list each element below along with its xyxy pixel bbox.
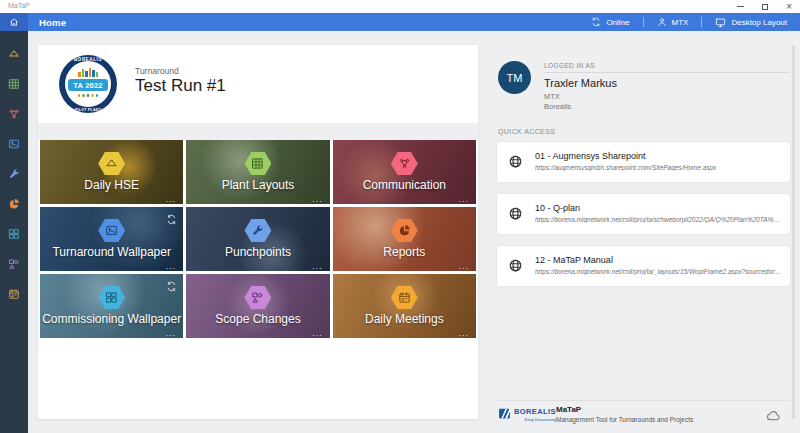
hse-helmet-icon: [98, 152, 125, 175]
layout-grid-icon: [98, 286, 125, 309]
app-info: MaTaP Management Tool for Turnarounds an…: [556, 405, 693, 423]
cloud-sync-icon[interactable]: [766, 408, 781, 427]
logo-skyline: [59, 67, 117, 77]
pie-chart-icon: [8, 198, 20, 210]
sidebar-item-turnaround-wallpaper[interactable]: [0, 129, 28, 159]
brand-name: BOREALIS: [514, 407, 556, 416]
tile-label: Punchpoints: [225, 245, 291, 259]
link-title: 12 - MaTaP Manual: [535, 255, 613, 265]
logged-in-label: LOGGED IN AS: [544, 62, 595, 69]
layout-grid-icon: [8, 228, 20, 240]
layout-label: Desktop Layout: [731, 18, 787, 27]
user-label: MTX: [672, 18, 689, 27]
tile-more-button[interactable]: ...: [312, 261, 323, 271]
avatar: TM: [498, 61, 531, 94]
sidebar-item-commissioning-wallpaper[interactable]: [0, 219, 28, 249]
tile-label: Commissioning Wallpaper: [42, 312, 181, 326]
tile-more-button[interactable]: ...: [458, 194, 469, 204]
divider: [544, 72, 790, 73]
online-status-button[interactable]: Online: [578, 13, 642, 31]
sidebar-item-communication[interactable]: [0, 99, 28, 129]
tile-daily-meetings[interactable]: Daily Meetings ...: [333, 274, 476, 338]
tile-label: Reports: [383, 245, 425, 259]
link-url: https://borena.mignetwork.net/coll/proj/…: [535, 216, 782, 223]
tile-daily-hse[interactable]: Daily HSE ...: [40, 140, 183, 204]
project-panel: BOREALIS TA 2022 PILOT PLANT Turnaround …: [38, 45, 478, 419]
sidebar-item-plant-layouts[interactable]: [0, 69, 28, 99]
titlebar: MaTaP ×: [0, 0, 800, 13]
tile-communication[interactable]: Communication ...: [333, 140, 476, 204]
user-menu-button[interactable]: MTX: [644, 13, 702, 31]
tile-more-button[interactable]: ...: [312, 328, 323, 338]
user-company: Borealis: [544, 102, 571, 111]
tile-more-button[interactable]: ...: [458, 261, 469, 271]
logo-bottom-text: PILOT PLANT: [59, 108, 117, 112]
tile-punchpoints[interactable]: Punchpoints ...: [186, 207, 329, 271]
network-icon: [8, 108, 20, 120]
wrench-icon: [8, 168, 20, 180]
ta2022-logo: BOREALIS TA 2022 PILOT PLANT: [59, 55, 117, 113]
tile-grid: Daily HSE ... Plant Layouts ... Communic…: [40, 140, 476, 338]
tile-more-button[interactable]: ...: [458, 328, 469, 338]
footer-divider: [497, 400, 790, 401]
grid-icon: [8, 78, 20, 90]
tile-more-button[interactable]: ...: [312, 194, 323, 204]
desktop-layout-button[interactable]: Desktop Layout: [702, 13, 800, 31]
sidebar-item-daily-meetings[interactable]: [0, 279, 28, 309]
tile-label: Scope Changes: [215, 312, 300, 326]
scrollbar[interactable]: [792, 45, 795, 419]
close-icon[interactable]: ×: [786, 2, 792, 12]
tile-scope-changes[interactable]: Scope Changes ...: [186, 274, 329, 338]
tile-more-button[interactable]: ...: [166, 194, 177, 204]
sidebar-item-reports[interactable]: [0, 189, 28, 219]
tile-more-button[interactable]: ...: [166, 328, 177, 338]
link-title: 01 - Augmensys Sharepoint: [535, 151, 646, 161]
network-icon: [391, 152, 418, 175]
grid-icon: [244, 152, 271, 175]
sidebar-item-punchpoints[interactable]: [0, 159, 28, 189]
logo-dots: [59, 94, 117, 97]
brand-tagline: Keep Discovering: [525, 417, 556, 422]
globe-icon: [508, 258, 523, 277]
main-area: BOREALIS TA 2022 PILOT PLANT Turnaround …: [28, 31, 800, 433]
shapes-icon: [244, 286, 271, 309]
tile-label: Turnaround Wallpaper: [52, 245, 171, 259]
minimize-icon[interactable]: [737, 6, 744, 7]
globe-icon: [508, 206, 523, 225]
sidebar: [0, 31, 28, 433]
calendar-icon: [8, 288, 20, 300]
app-subtitle: Management Tool for Turnarounds and Proj…: [556, 416, 693, 423]
wallpaper-icon: [8, 138, 20, 150]
sync-icon: [166, 211, 177, 229]
tile-label: Plant Layouts: [222, 178, 295, 192]
wallpaper-icon: [98, 219, 125, 242]
project-name: Test Run #1: [135, 76, 226, 96]
link-title: 10 - Q-plan: [535, 203, 580, 213]
home-button[interactable]: [0, 13, 28, 31]
sidebar-item-daily-hse[interactable]: [0, 39, 28, 69]
globe-icon: [508, 154, 523, 173]
maximize-icon[interactable]: [762, 4, 768, 10]
nav-actions: Online MTX Desktop Layout: [578, 13, 800, 31]
borealis-logo: BOREALIS Keep Discovering: [498, 407, 556, 422]
quick-access-link[interactable]: 10 - Q-plan https://borena.mignetwork.ne…: [497, 194, 790, 234]
tile-commissioning-wallpaper[interactable]: Commissioning Wallpaper ...: [40, 274, 183, 338]
quick-access-link[interactable]: 12 - MaTaP Manual https://borena.mignetw…: [497, 246, 790, 286]
sidebar-item-scope-changes[interactable]: [0, 249, 28, 279]
tile-more-button[interactable]: ...: [166, 261, 177, 271]
tile-plant-layouts[interactable]: Plant Layouts ...: [186, 140, 329, 204]
tile-turnaround-wallpaper[interactable]: Turnaround Wallpaper ...: [40, 207, 183, 271]
project-type-label: Turnaround: [135, 66, 179, 76]
borealis-flag-icon: [498, 407, 511, 420]
quick-access-link[interactable]: 01 - Augmensys Sharepoint https://augmen…: [497, 142, 790, 182]
calendar-icon: [391, 286, 418, 309]
tile-label: Communication: [363, 178, 446, 192]
sync-icon: [591, 17, 601, 27]
tile-reports[interactable]: Reports ...: [333, 207, 476, 271]
user-name: Traxler Markus: [544, 77, 617, 89]
monitor-icon: [715, 17, 726, 28]
link-url: https://augmensysgmbh.sharepoint.com/Sit…: [535, 164, 782, 171]
quick-access-label: QUICK ACCESS: [498, 128, 555, 135]
footer: BOREALIS Keep Discovering MaTaP Manageme…: [498, 405, 790, 425]
online-label: Online: [606, 18, 629, 27]
